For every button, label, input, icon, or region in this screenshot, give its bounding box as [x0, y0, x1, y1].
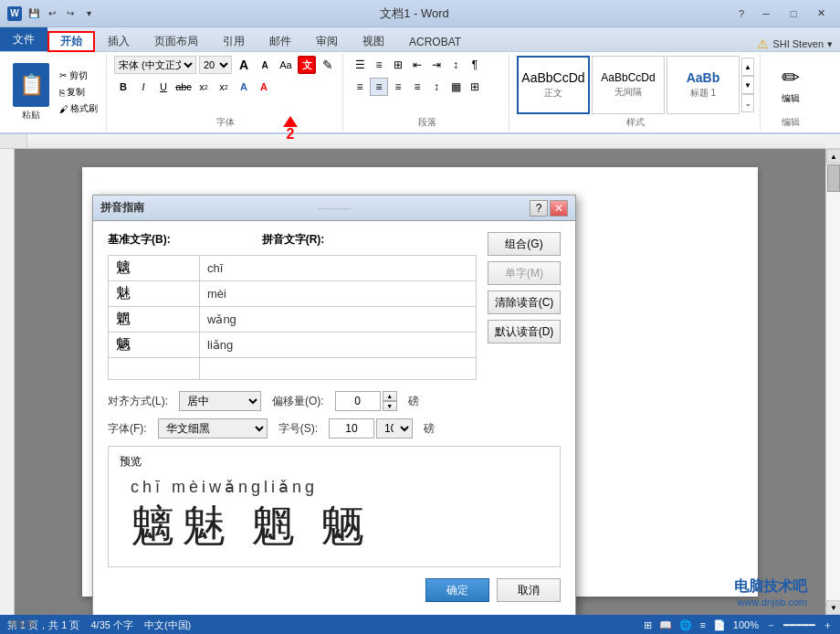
font-color-button[interactable]: A	[255, 78, 273, 96]
shading-button[interactable]: ▦	[446, 78, 465, 96]
underline-button[interactable]: U	[154, 78, 173, 96]
decrease-font-size[interactable]: A	[256, 56, 274, 74]
scroll-down-button[interactable]: ▼	[826, 600, 840, 615]
strikethrough-button[interactable]: abc	[174, 78, 193, 96]
justify-button[interactable]: ≡	[408, 78, 426, 96]
increase-font-size[interactable]: A	[235, 56, 253, 74]
size-input[interactable]	[329, 418, 374, 439]
font-label: 字体(F):	[108, 421, 147, 437]
combine-button[interactable]: 组合(G)	[488, 232, 561, 256]
text-highlight-button[interactable]: A	[235, 78, 253, 96]
view-reading-icon[interactable]: 📖	[659, 619, 672, 631]
tab-home[interactable]: 开始	[47, 31, 95, 52]
sort-button[interactable]: ↕	[446, 56, 465, 74]
char-cell-2[interactable]: 魍	[109, 307, 200, 333]
copy-button[interactable]: ⎘ 复制	[57, 85, 100, 100]
zoom-out-icon[interactable]: －	[766, 618, 776, 632]
font-select[interactable]: 华文细黑	[158, 418, 268, 439]
help-button[interactable]: ?	[732, 5, 751, 22]
font-size-select[interactable]: 20	[199, 56, 232, 74]
paste-button[interactable]: 📋 粘贴	[9, 61, 53, 123]
scroll-thumb[interactable]	[827, 164, 840, 192]
view-web-icon[interactable]: 🌐	[679, 619, 692, 631]
zoom-in-icon[interactable]: ＋	[823, 618, 833, 632]
style-heading1[interactable]: AaBb 标题 1	[667, 56, 740, 114]
change-case-button[interactable]: Aa	[277, 56, 295, 74]
increase-indent-button[interactable]: ⇥	[427, 56, 446, 74]
multilevel-list-button[interactable]: ⊞	[389, 56, 407, 74]
clear-formatting-button[interactable]: ✎	[319, 56, 337, 74]
align-left-button[interactable]: ≡	[351, 78, 369, 96]
offset-up[interactable]: ▲	[383, 391, 397, 401]
ruler-corner	[0, 134, 27, 148]
font-name-select[interactable]: 宋体 (中文正文)	[114, 56, 196, 74]
style-normal[interactable]: AaBbCcDd 正文	[517, 56, 590, 114]
align-center-button[interactable]: ≡	[370, 78, 388, 96]
bullets-button[interactable]: ☰	[351, 56, 369, 74]
offset-down[interactable]: ▼	[383, 401, 397, 411]
cancel-button[interactable]: 取消	[497, 578, 561, 602]
group-clipboard: 📋 粘贴 ✂ 剪切 ⎘ 复制 🖌 格式刷 剪贴板	[4, 54, 107, 131]
pinyin-cell-1[interactable]: mèi	[200, 281, 477, 307]
tab-layout[interactable]: 页面布局	[142, 31, 210, 51]
tab-mailings[interactable]: 邮件	[257, 31, 303, 51]
confirm-button[interactable]: 确定	[425, 578, 489, 602]
single-char-button[interactable]: 单字(M)	[488, 261, 561, 285]
align-right-button[interactable]: ≡	[389, 78, 407, 96]
italic-button[interactable]: I	[134, 78, 152, 96]
restore-button[interactable]: □	[782, 5, 805, 22]
view-draft-icon[interactable]: 📄	[713, 619, 726, 631]
pinyin-cell-0[interactable]: chī	[200, 256, 477, 281]
format-painter-button[interactable]: 🖌 格式刷	[57, 101, 100, 116]
superscript-button[interactable]: x2	[215, 78, 233, 96]
view-outline-icon[interactable]: ≡	[699, 619, 705, 630]
vertical-scrollbar[interactable]: ▲ ▼	[825, 149, 840, 615]
clear-tone-button[interactable]: 清除读音(C)	[488, 291, 561, 314]
tab-insert[interactable]: 插入	[96, 31, 142, 51]
pinyin-cell-2[interactable]: wǎng	[200, 307, 477, 333]
close-button[interactable]: ✕	[809, 5, 833, 22]
decrease-indent-button[interactable]: ⇤	[408, 56, 426, 74]
scroll-up-button[interactable]: ▲	[826, 149, 840, 164]
dialog-help-button[interactable]: ?	[530, 200, 548, 217]
size-select[interactable]: 10	[376, 418, 413, 439]
tab-acrobat[interactable]: ACROBAT	[397, 31, 473, 51]
pinyin-dialog[interactable]: 拼音指南 ············ ? ✕ 基准文字(B):	[92, 195, 576, 615]
zoom-slider[interactable]: ━━━━━	[783, 619, 815, 631]
redo-btn[interactable]: ↪	[62, 5, 79, 22]
phonetic-guide-button[interactable]: 文	[298, 56, 316, 74]
bold-button[interactable]: B	[114, 78, 132, 96]
pinyin-cell-3[interactable]: liǎng	[200, 333, 477, 358]
content-area: 魑魅魍魉 拼音指南 ············ ? ✕	[0, 149, 840, 615]
char-cell-0[interactable]: 魑	[109, 256, 200, 281]
char-cell-1[interactable]: 魅	[109, 281, 200, 307]
document-area: 魑魅魍魉 拼音指南 ············ ? ✕	[15, 149, 825, 615]
edit-button[interactable]: ✏ 编辑	[768, 56, 814, 114]
tab-references[interactable]: 引用	[211, 31, 257, 51]
styles-up-button[interactable]: ▲	[741, 58, 754, 76]
borders-button[interactable]: ⊞	[466, 78, 484, 96]
cut-button[interactable]: ✂ 剪切	[57, 69, 100, 83]
save-btn[interactable]: 💾	[26, 5, 42, 22]
numbering-button[interactable]: ≡	[370, 56, 388, 74]
align-select[interactable]: 居中	[179, 391, 261, 411]
group-editing: ✏ 编辑 编辑	[762, 54, 819, 131]
offset-input[interactable]	[335, 391, 381, 411]
style-no-space[interactable]: AaBbCcDd 无间隔	[592, 56, 665, 114]
customize-btn[interactable]: ▾	[80, 5, 97, 22]
show-marks-button[interactable]: ¶	[466, 56, 484, 74]
view-normal-icon[interactable]: ⊞	[644, 619, 652, 631]
subscript-button[interactable]: x2	[194, 78, 213, 96]
undo-btn[interactable]: ↩	[44, 5, 60, 22]
char-cell-3[interactable]: 魉	[109, 333, 200, 358]
tab-view[interactable]: 视图	[351, 31, 396, 51]
dialog-close-button[interactable]: ✕	[550, 200, 568, 217]
preview-chars: 魑魅 魍 魉	[131, 497, 372, 555]
default-tone-button[interactable]: 默认读音(D)	[488, 320, 561, 343]
tab-file[interactable]: 文件	[0, 27, 47, 51]
styles-more-button[interactable]: ⌄	[741, 94, 754, 112]
minimize-button[interactable]: ─	[754, 5, 778, 22]
line-spacing-button[interactable]: ↕	[427, 78, 446, 96]
tab-review[interactable]: 审阅	[304, 31, 350, 51]
styles-down-button[interactable]: ▼	[741, 76, 754, 94]
